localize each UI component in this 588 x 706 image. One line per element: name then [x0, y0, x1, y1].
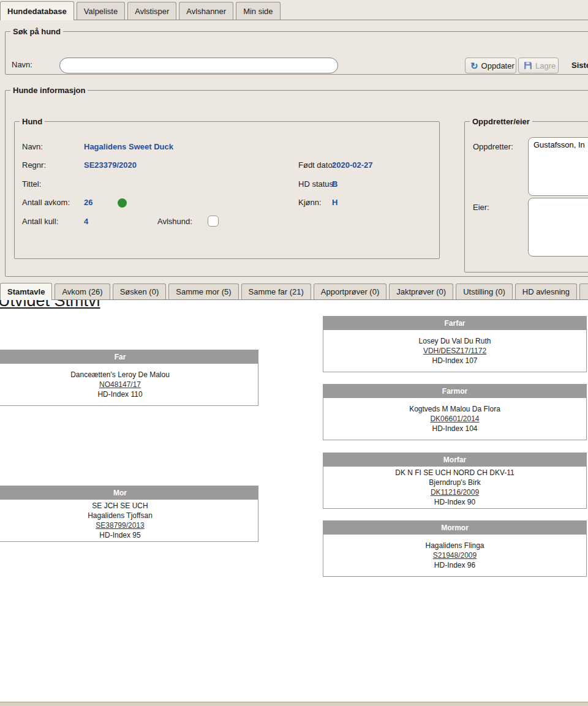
fodt-dato-label: Født dato: — [298, 160, 334, 170]
eier-textarea[interactable] — [528, 198, 588, 257]
pedigree-box-farmor: Farmor Kogtveds M Malou Da Flora DK06601… — [323, 384, 587, 440]
pedigree-box-farfar-title: Farfar — [323, 317, 586, 330]
tittel-label: Tittel: — [22, 179, 41, 189]
hund-legend: Hund — [20, 117, 45, 126]
hd-status-label: HD status: — [298, 179, 336, 189]
breeder-owner-fieldset: Oppdretter/eier Oppdretter: Eier: — [464, 117, 588, 272]
tab-partial[interactable] — [579, 284, 588, 299]
oppdretter-label: Oppdretter: — [473, 142, 513, 152]
pedigree-box-mormor: Mormor Hagalidens Flinga S21948/2009 HD-… — [323, 520, 587, 577]
dog-name: Hagalidens Tjoffsan — [88, 511, 153, 520]
dog-name: DK N FI SE UCH NORD CH DKV-11 — [395, 468, 514, 478]
dog-name: Bjerndrup's Birk — [429, 478, 480, 487]
tab-apportprover[interactable]: Apportprøver (0) — [314, 284, 386, 299]
save-button[interactable]: Lagre — [518, 58, 559, 73]
search-name-label: Navn: — [12, 60, 32, 70]
tab-hd-avlesning[interactable]: HD avlesning — [515, 284, 577, 299]
tab-min-side[interactable]: Min side — [236, 2, 280, 20]
hd-status-value: B — [332, 179, 337, 189]
breeder-owner-legend: Oppdretter/eier — [470, 117, 532, 126]
last-search-label: Siste — [571, 61, 588, 70]
tab-samme-mor[interactable]: Samme mor (5) — [168, 284, 238, 299]
pedigree-panel: Utvidet Stmtvl Far Danceætten's Leroy De… — [0, 300, 588, 702]
save-icon — [524, 61, 532, 70]
top-section: Hundedatabase Valpeliste Avlstisper Avls… — [0, 0, 588, 300]
dog-name: Hagalidens Flinga — [425, 541, 484, 550]
update-button[interactable]: ↻ Oppdater — [465, 58, 516, 73]
detail-tab-bar: Stamtavle Avkom (26) Søsken (0) Samme mo… — [0, 282, 588, 300]
pedigree-box-mor-title: Mor — [0, 486, 258, 500]
dog-regnr-link[interactable]: NO48147/17 — [99, 380, 141, 389]
antall-kull-label: Antall kull: — [22, 217, 58, 227]
navn-label: Navn: — [22, 142, 43, 152]
pedigree-box-morfar-title: Morfar — [323, 453, 586, 467]
tab-avkom[interactable]: Avkom (26) — [55, 284, 110, 299]
avlshund-label: Avlshund: — [157, 217, 192, 227]
pedigree-box-far: Far Danceætten's Leroy De Malou NO48147/… — [0, 350, 258, 406]
pedigree-box-mormor-title: Mormor — [323, 521, 586, 535]
search-fieldset: Søk på hund Navn: ↻ Oppdater Lagre Siste — [5, 27, 588, 75]
update-button-label: Oppdater — [481, 61, 514, 70]
oppdretter-textarea[interactable] — [528, 137, 588, 196]
tab-stamtavle[interactable]: Stamtavle — [0, 283, 52, 300]
antall-kull-value: 4 — [84, 217, 88, 227]
dog-regnr-link[interactable]: VDH/DESZ17/1172 — [423, 346, 486, 356]
save-button-label: Lagre — [535, 61, 556, 70]
bottom-status-bar — [0, 702, 588, 706]
pedigree-box-morfar: Morfar DK N FI SE UCH NORD CH DKV-11 Bje… — [323, 453, 587, 509]
dog-hd-index: HD-Index 96 — [434, 560, 475, 570]
avkom-status-dot — [118, 198, 127, 208]
dog-name: Losey Du Val Du Ruth — [419, 336, 491, 346]
dog-regnr-link[interactable]: DK11216/2009 — [431, 487, 479, 497]
dog-name: Kogtveds M Malou Da Flora — [409, 404, 500, 414]
dog-name: SE JCH SE UCH — [92, 501, 148, 511]
avlshund-checkbox[interactable] — [208, 216, 219, 227]
navn-value: Hagalidens Sweet Duck — [84, 142, 173, 152]
tab-samme-far[interactable]: Samme far (21) — [241, 284, 311, 299]
dog-hd-index: HD-Index 110 — [97, 389, 142, 399]
pedigree-box-far-title: Far — [0, 350, 258, 364]
refresh-icon: ↻ — [470, 61, 478, 70]
tab-valpeliste[interactable]: Valpeliste — [77, 2, 125, 20]
antall-avkom-label: Antall avkom: — [22, 198, 70, 208]
antall-avkom-value: 26 — [84, 198, 92, 208]
dog-hd-index: HD-Index 95 — [99, 530, 140, 540]
dog-hd-index: HD-Index 90 — [434, 497, 475, 507]
regnr-label: Regnr: — [22, 160, 46, 170]
dog-regnr-link[interactable]: S21948/2009 — [433, 550, 477, 560]
tab-jaktprover[interactable]: Jaktprøver (0) — [389, 284, 453, 299]
dog-hd-index: HD-Index 107 — [432, 356, 477, 366]
hund-fieldset: Hund Navn: Hagalidens Sweet Duck Regnr: … — [14, 117, 440, 259]
eier-label: Eier: — [473, 203, 489, 212]
tab-hundedatabase[interactable]: Hundedatabase — [0, 1, 74, 20]
tab-avlstisper[interactable]: Avlstisper — [127, 2, 176, 20]
pedigree-box-farmor-title: Farmor — [323, 385, 586, 398]
dog-regnr-link[interactable]: SE38799/2013 — [96, 520, 144, 530]
tab-sosken[interactable]: Søsken (0) — [113, 284, 167, 299]
fodt-dato-value: 2020-02-27 — [332, 160, 373, 170]
dog-regnr-link[interactable]: DK06601/2014 — [430, 414, 479, 424]
regnr-value: SE23379/2020 — [84, 160, 137, 170]
dog-hd-index: HD-Index 104 — [432, 424, 477, 434]
pedigree-box-mor: Mor SE JCH SE UCH Hagalidens Tjoffsan SE… — [0, 486, 258, 542]
kjonn-value: H — [332, 198, 337, 208]
tab-avlshanner[interactable]: Avlshanner — [179, 2, 233, 20]
dog-info-fieldset: Hunde informasjon Hund Navn: Hagalidens … — [5, 86, 588, 277]
search-legend: Søk på hund — [10, 27, 63, 36]
extended-pedigree-link[interactable]: Utvidet Stmtvl — [0, 300, 100, 310]
kjonn-label: Kjønn: — [298, 198, 322, 208]
dog-name: Danceætten's Leroy De Malou — [70, 370, 170, 380]
search-name-input[interactable] — [59, 58, 338, 73]
pedigree-box-farfar: Farfar Losey Du Val Du Ruth VDH/DESZ17/1… — [323, 316, 587, 372]
tab-utstilling[interactable]: Utstilling (0) — [456, 284, 513, 299]
dog-info-legend: Hunde informasjon — [10, 86, 88, 95]
main-tab-bar: Hundedatabase Valpeliste Avlstisper Avls… — [0, 0, 588, 20]
